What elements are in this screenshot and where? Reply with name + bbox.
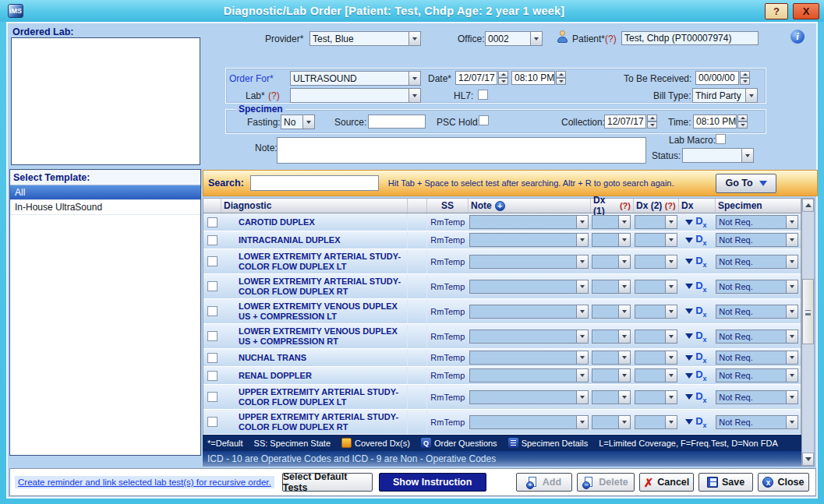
header-note[interactable]: Note+ — [469, 199, 591, 213]
specimen-dropdown[interactable]: Not Req. — [716, 280, 798, 294]
collection-time-field[interactable]: 08:10 PM — [693, 115, 737, 129]
table-row[interactable]: RENAL DOPPLER RmTemp Dx Not Req. — [203, 367, 801, 385]
table-row[interactable]: CAROTID DUPLEX RmTemp Dx Not Req. — [203, 213, 801, 231]
close-button[interactable]: xClose — [758, 473, 809, 492]
dx1-dropdown[interactable] — [592, 415, 631, 429]
collection-time-spinner[interactable] — [737, 115, 748, 129]
to-be-received-spinner[interactable] — [740, 71, 750, 85]
dx-expand-icon[interactable] — [685, 220, 693, 225]
dx2-dropdown[interactable] — [635, 351, 677, 365]
add-button[interactable]: +Add — [516, 473, 572, 492]
row-checkbox[interactable] — [207, 331, 217, 341]
specimen-dropdown[interactable]: Not Req. — [716, 351, 798, 365]
row-checkbox[interactable] — [207, 281, 217, 291]
to-be-received-field[interactable]: 00/00/00 — [695, 71, 739, 85]
dx-button-label[interactable]: Dx — [695, 255, 706, 269]
specimen-dropdown[interactable]: Not Req. — [716, 330, 798, 344]
dx1-dropdown[interactable] — [592, 390, 631, 404]
provider-dropdown[interactable]: Test, Blue — [309, 31, 421, 46]
table-row[interactable]: UPPER EXTREMITY ARTERIAL STUDY-COLOR FLO… — [203, 385, 801, 410]
dx1-dropdown[interactable] — [592, 280, 631, 294]
row-checkbox[interactable] — [207, 353, 217, 363]
header-ss[interactable]: SS — [427, 199, 469, 213]
close-window-button[interactable]: X — [793, 3, 819, 19]
time-field[interactable]: 08:10 PM — [511, 71, 555, 85]
ordered-lab-listbox[interactable] — [11, 37, 200, 165]
info-icon[interactable]: i — [790, 30, 805, 44]
dx2-help-icon[interactable]: (?) — [665, 201, 676, 210]
row-checkbox[interactable] — [207, 371, 217, 381]
dx2-dropdown[interactable] — [635, 233, 677, 247]
dx1-dropdown[interactable] — [592, 233, 631, 247]
dx-expand-icon[interactable] — [685, 355, 693, 361]
dx1-dropdown[interactable] — [592, 305, 631, 319]
row-checkbox[interactable] — [207, 217, 217, 227]
goto-button[interactable]: Go To — [716, 174, 776, 193]
delete-button[interactable]: −Delete — [577, 473, 635, 492]
dx-expand-icon[interactable] — [685, 284, 693, 289]
search-input[interactable] — [250, 175, 379, 191]
note-dropdown[interactable] — [469, 255, 589, 269]
dx-expand-icon[interactable] — [685, 419, 693, 425]
header-specimen[interactable]: Specimen — [716, 199, 801, 213]
row-checkbox[interactable] — [207, 306, 217, 316]
scroll-up-button[interactable] — [802, 199, 814, 212]
table-row[interactable]: LOWER EXTREMITY VENOUS DUPLEX US + COMPR… — [203, 299, 801, 324]
dx-expand-icon[interactable] — [685, 308, 693, 314]
help-button[interactable]: ? — [765, 3, 788, 19]
date-spinner[interactable] — [498, 71, 508, 85]
create-reminder-link[interactable]: Create reminder and link selected lab te… — [15, 476, 274, 488]
collection-date-spinner[interactable] — [647, 115, 657, 129]
note-dropdown[interactable] — [469, 415, 589, 429]
status-dropdown[interactable] — [682, 148, 754, 163]
template-list-item[interactable]: In-House UltraSound — [10, 200, 200, 215]
note-dropdown[interactable] — [469, 330, 589, 344]
collection-date-field[interactable]: 12/07/17 — [604, 115, 646, 129]
specimen-dropdown[interactable]: Not Req. — [716, 368, 798, 382]
note-dropdown[interactable] — [469, 305, 589, 319]
dx-button-label[interactable]: Dx — [695, 233, 706, 247]
row-checkbox[interactable] — [207, 392, 217, 402]
dx2-dropdown[interactable] — [635, 415, 677, 429]
dx2-dropdown[interactable] — [635, 305, 677, 319]
row-checkbox[interactable] — [207, 235, 217, 245]
add-note-icon[interactable]: + — [495, 201, 505, 211]
time-spinner[interactable] — [556, 71, 566, 85]
source-input[interactable] — [368, 115, 426, 129]
office-dropdown[interactable]: 0002 — [485, 31, 543, 46]
save-button[interactable]: Save — [698, 473, 753, 492]
legend-specimen-details[interactable]: Specimen Details — [508, 438, 589, 448]
dx-expand-icon[interactable] — [685, 333, 693, 339]
scroll-thumb[interactable] — [802, 279, 814, 344]
dx-expand-icon[interactable] — [685, 238, 693, 243]
specimen-dropdown[interactable]: Not Req. — [716, 215, 798, 229]
select-default-tests-button[interactable]: Select Default Tests — [282, 473, 373, 492]
specimen-dropdown[interactable]: Not Req. — [716, 255, 798, 269]
specimen-dropdown[interactable]: Not Req. — [716, 415, 798, 429]
note-dropdown[interactable] — [469, 215, 589, 229]
dx-button-label[interactable]: Dx — [695, 330, 706, 344]
dx1-help-icon[interactable]: (?) — [620, 201, 631, 210]
table-row[interactable]: LOWER EXTREMITY ARTERIAL STUDY-COLOR FLO… — [203, 274, 801, 299]
date-field[interactable]: 12/07/17 — [455, 71, 497, 85]
scroll-down-button[interactable] — [802, 453, 814, 466]
row-checkbox[interactable] — [207, 256, 217, 266]
header-diagnostic[interactable]: Diagnostic — [221, 199, 408, 213]
dx2-dropdown[interactable] — [635, 390, 677, 404]
legend-covered-dx[interactable]: Covered Dx(s) — [341, 438, 410, 448]
dx-expand-icon[interactable] — [685, 373, 693, 379]
dx2-dropdown[interactable] — [635, 255, 677, 269]
specimen-dropdown[interactable]: Not Req. — [716, 390, 798, 404]
hl7-checkbox[interactable] — [478, 90, 488, 100]
lab-dropdown[interactable] — [290, 88, 421, 103]
note-dropdown[interactable] — [469, 233, 589, 247]
note-dropdown[interactable] — [469, 351, 589, 365]
table-row[interactable]: UPPER EXTREMITY ARTERIAL STUDY-COLOR FLO… — [203, 410, 801, 435]
table-row[interactable]: INTRACRANIAL DUPLEX RmTemp Dx Not Req. — [203, 231, 801, 249]
dx2-dropdown[interactable] — [635, 215, 677, 229]
dx-button-label[interactable]: Dx — [695, 390, 706, 404]
note-dropdown[interactable] — [469, 368, 589, 382]
note-textarea[interactable] — [277, 137, 646, 164]
header-dx[interactable]: Dx — [679, 199, 716, 213]
dx-button-label[interactable]: Dx — [695, 351, 706, 365]
